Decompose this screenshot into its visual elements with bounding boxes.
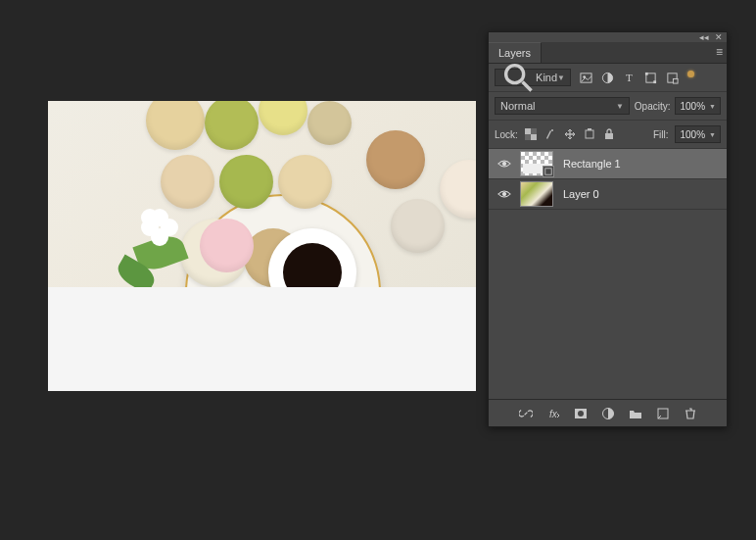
filter-kind-dropdown[interactable]: Kind ▼ bbox=[495, 69, 571, 86]
svg-rect-16 bbox=[586, 130, 593, 138]
filter-type-icon[interactable]: T bbox=[623, 72, 636, 84]
chevron-down-icon: ▼ bbox=[709, 131, 716, 138]
panel-tab-bar: Layers ≡ bbox=[489, 42, 727, 64]
lock-artboard-icon[interactable] bbox=[584, 128, 595, 140]
document-canvas[interactable] bbox=[48, 101, 476, 391]
lock-pixels-icon[interactable] bbox=[544, 128, 556, 140]
svg-rect-8 bbox=[653, 80, 656, 83]
chevron-down-icon: ▼ bbox=[616, 102, 624, 111]
opacity-value: 100% bbox=[680, 101, 705, 112]
adjustment-layer-icon[interactable] bbox=[601, 407, 615, 420]
layers-panel: ◂◂ ✕ Layers ≡ Kind ▼ T Normal ▼ Opacity:… bbox=[488, 31, 728, 427]
layers-panel-footer: fx bbox=[489, 399, 727, 426]
svg-rect-12 bbox=[531, 134, 537, 140]
lock-all-icon[interactable] bbox=[603, 128, 615, 140]
lock-position-icon[interactable] bbox=[564, 128, 576, 140]
layer-mask-icon[interactable] bbox=[574, 407, 588, 420]
svg-rect-11 bbox=[525, 128, 531, 134]
search-icon bbox=[500, 60, 536, 95]
close-panel-icon[interactable]: ✕ bbox=[715, 32, 723, 42]
svg-point-0 bbox=[506, 66, 524, 83]
svg-point-15 bbox=[551, 129, 553, 131]
svg-line-1 bbox=[523, 82, 532, 91]
tab-layers[interactable]: Layers bbox=[489, 42, 542, 63]
blend-row: Normal ▼ Opacity: 100% ▼ bbox=[489, 92, 727, 121]
filter-adjustment-icon[interactable] bbox=[601, 72, 614, 84]
visibility-toggle[interactable] bbox=[495, 189, 514, 199]
svg-rect-18 bbox=[605, 133, 613, 139]
layer-filter-row: Kind ▼ T bbox=[489, 64, 727, 92]
layer-thumbnail[interactable] bbox=[520, 151, 553, 176]
svg-rect-20 bbox=[545, 169, 551, 174]
lock-transparency-icon[interactable] bbox=[525, 128, 537, 140]
svg-rect-14 bbox=[525, 134, 531, 140]
svg-point-24 bbox=[578, 411, 584, 417]
svg-rect-17 bbox=[588, 128, 591, 130]
lock-label: Lock: bbox=[495, 129, 518, 140]
blend-mode-dropdown[interactable]: Normal ▼ bbox=[495, 97, 630, 115]
canvas-rectangle-overlay bbox=[48, 287, 476, 391]
svg-rect-13 bbox=[531, 128, 537, 134]
layer-style-icon[interactable]: fx bbox=[546, 407, 560, 420]
layer-name[interactable]: Layer 0 bbox=[563, 188, 599, 200]
filter-kind-label: Kind bbox=[536, 72, 557, 83]
lock-row: Lock: Fill: 100% ▼ bbox=[489, 121, 727, 149]
visibility-toggle[interactable] bbox=[495, 159, 514, 169]
svg-rect-7 bbox=[645, 72, 648, 74]
fill-value: 100% bbox=[680, 129, 705, 140]
chevron-down-icon: ▼ bbox=[709, 103, 716, 110]
svg-point-19 bbox=[502, 162, 506, 166]
new-layer-icon[interactable] bbox=[656, 407, 670, 420]
layer-row[interactable]: Layer 0 bbox=[489, 179, 727, 210]
svg-text:fx: fx bbox=[549, 409, 558, 419]
svg-rect-10 bbox=[673, 78, 678, 83]
canvas-image bbox=[48, 101, 476, 287]
panel-topbar: ◂◂ ✕ bbox=[489, 32, 727, 42]
fill-input[interactable]: 100% ▼ bbox=[675, 125, 721, 143]
filter-pixel-icon[interactable] bbox=[580, 72, 592, 84]
layer-thumbnail[interactable] bbox=[520, 181, 553, 207]
filter-smartobject-icon[interactable] bbox=[666, 72, 679, 84]
layer-name[interactable]: Rectangle 1 bbox=[563, 158, 621, 170]
blend-mode-label: Normal bbox=[500, 100, 535, 112]
opacity-input[interactable]: 100% ▼ bbox=[675, 97, 721, 115]
vector-mask-icon bbox=[543, 166, 554, 177]
link-layers-icon[interactable] bbox=[519, 407, 533, 420]
filter-toggle-indicator[interactable] bbox=[687, 71, 694, 77]
layers-list: Rectangle 1 Layer 0 bbox=[489, 149, 727, 399]
filter-shape-icon[interactable] bbox=[644, 72, 657, 84]
panel-menu-icon[interactable]: ≡ bbox=[716, 46, 723, 58]
delete-layer-icon[interactable] bbox=[684, 407, 697, 420]
svg-text:T: T bbox=[626, 72, 633, 83]
fill-label: Fill: bbox=[653, 129, 669, 140]
layer-row[interactable]: Rectangle 1 bbox=[489, 149, 727, 179]
collapse-panel-icon[interactable]: ◂◂ bbox=[699, 32, 709, 42]
group-icon[interactable] bbox=[629, 407, 642, 420]
svg-point-21 bbox=[502, 192, 506, 196]
opacity-label: Opacity: bbox=[635, 101, 671, 112]
chevron-down-icon: ▼ bbox=[557, 74, 565, 82]
